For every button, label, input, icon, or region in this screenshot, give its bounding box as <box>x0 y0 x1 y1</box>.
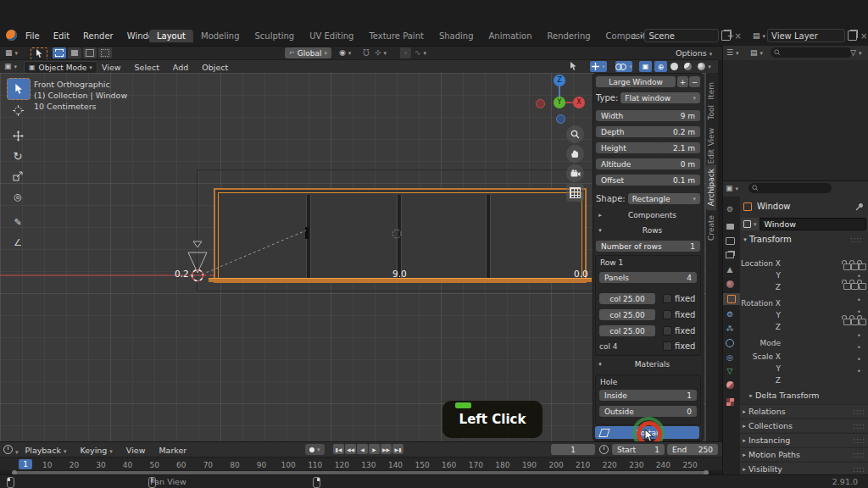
workspace-tab-animation[interactable]: Animation <box>481 30 540 42</box>
altitude-slider[interactable]: Altitude0 m <box>596 158 700 169</box>
end-frame-field[interactable]: End250 <box>667 444 718 455</box>
timeline-editor-type-icon[interactable] <box>3 445 19 456</box>
proportional-falloff-icon[interactable]: ∿ <box>415 48 426 57</box>
next-keyframe-button[interactable]: ▶▶ <box>381 444 392 454</box>
pan-view-button[interactable] <box>566 145 584 163</box>
col-width-field[interactable]: col 25.00 <box>599 309 655 320</box>
snap-magnet-icon[interactable]: Ω <box>363 47 370 57</box>
camera-view-button[interactable] <box>566 164 584 182</box>
col-width-field[interactable]: col 25.00 <box>599 293 655 304</box>
zoom-view-button[interactable] <box>566 125 584 143</box>
panel-drag-handle[interactable] <box>853 435 865 445</box>
snap-target-icon[interactable]: ⊹ <box>375 48 387 57</box>
viewport-menu-add[interactable]: Add <box>166 63 195 72</box>
timeline-menu-view[interactable]: View <box>120 446 153 455</box>
number-of-rows-slider[interactable]: Number of rows1 <box>596 241 700 252</box>
panels-slider[interactable]: Panels4 <box>599 272 697 283</box>
tab-archipack[interactable]: Archipack <box>706 164 716 210</box>
materials-section-header[interactable]: ▾Materials <box>596 360 700 369</box>
outliner-filter-mode-icon[interactable]: ▤ <box>750 48 763 57</box>
transform-panel-header[interactable]: ▾ Transform <box>741 235 866 244</box>
shading-rendered-button[interactable] <box>695 61 714 72</box>
prev-keyframe-button[interactable]: ◀◀ <box>345 444 356 454</box>
tab-create[interactable]: Create <box>706 211 716 245</box>
outside-material-slider[interactable]: Outside0 <box>599 406 697 417</box>
workspace-tab-shading[interactable]: Shading <box>431 30 481 42</box>
options-dropdown[interactable]: Options <box>676 48 712 58</box>
panel-drag-handle[interactable] <box>853 407 865 416</box>
editor-type-icon[interactable]: ▦ <box>5 48 18 57</box>
view-layer-icon[interactable]: ▤ <box>753 31 765 40</box>
lock-icon[interactable] <box>843 319 851 325</box>
delta-transform-header[interactable]: ▸ Delta Transform <box>747 391 865 400</box>
properties-tab-render-icon[interactable] <box>723 220 737 232</box>
select-mode-tweak-button[interactable] <box>53 47 66 58</box>
panel-relations[interactable]: ▸Relations <box>740 404 868 418</box>
properties-tab-texture-icon[interactable] <box>723 396 737 408</box>
close-view-layer-icon[interactable]: × <box>860 31 867 41</box>
panel-motion-paths[interactable]: ▸Motion Paths <box>740 447 868 461</box>
use-preview-range-icon[interactable] <box>599 445 609 456</box>
transform-orientation-dropdown[interactable]: ⌐Global <box>285 47 331 58</box>
panel-drag-handle[interactable] <box>850 235 863 244</box>
workspace-tab-texture-paint[interactable]: Texture Paint <box>361 30 431 42</box>
fixed-checkbox[interactable] <box>663 294 672 303</box>
outliner-search-input[interactable] <box>771 47 852 58</box>
timeline-ruler[interactable]: 1 10203040506070809010011012013014015016… <box>0 457 722 471</box>
toggle-ortho-button[interactable] <box>566 184 584 202</box>
pin-icon[interactable] <box>855 202 864 211</box>
properties-search-input[interactable] <box>748 183 832 193</box>
rows-section-header[interactable]: ▾Rows <box>596 226 700 235</box>
xray-toggle-button[interactable]: ▣ <box>639 61 652 72</box>
overlays-toggle-button[interactable] <box>615 61 632 72</box>
new-scene-icon[interactable] <box>721 30 731 41</box>
depth-slider[interactable]: Depth0.2 m <box>596 126 700 137</box>
lock-icon[interactable] <box>843 263 851 270</box>
shading-material-button[interactable] <box>682 61 694 72</box>
proportional-editing-icon[interactable]: ◦ <box>400 47 411 58</box>
panel-instancing[interactable]: ▸Instancing <box>740 433 868 446</box>
viewport-menu-select[interactable]: Select <box>128 63 166 72</box>
gizmo-axis-x[interactable]: X <box>573 97 585 108</box>
menu-render[interactable]: Render <box>76 31 120 41</box>
shading-wireframe-button[interactable]: ⊕ <box>654 61 667 72</box>
view-layer-selector[interactable]: View Layer <box>767 29 845 42</box>
gizmo-axis-z-neg[interactable] <box>556 114 565 124</box>
preset-selector[interactable]: Large Window <box>596 76 676 87</box>
workspace-tab-layout[interactable]: Layout <box>149 30 193 42</box>
gizmos-toggle-button[interactable] <box>590 61 607 72</box>
properties-tab-tool-icon[interactable]: ⚙ <box>723 203 737 215</box>
outliner-display-mode-icon[interactable]: ☰ <box>726 48 739 57</box>
start-frame-field[interactable]: Start1 <box>612 444 665 455</box>
navigation-gizmo[interactable]: Z Y X <box>532 75 588 122</box>
current-frame-field[interactable]: 1 <box>551 444 595 455</box>
jump-to-end-button[interactable]: ▶▮ <box>392 444 403 454</box>
remove-preset-button[interactable]: − <box>689 76 700 87</box>
auto-keying-button[interactable] <box>305 444 325 455</box>
workspace-tab-modeling[interactable]: Modeling <box>193 30 248 42</box>
timeline-menu-marker[interactable]: Marker <box>152 446 193 455</box>
current-frame-marker[interactable]: 1 <box>19 459 32 469</box>
gizmo-axis-x-neg[interactable] <box>536 99 545 108</box>
outliner-filter-icon[interactable]: ▽ <box>850 48 861 57</box>
add-preset-button[interactable]: + <box>677 76 688 87</box>
viewport-menu-view[interactable]: View <box>95 63 128 72</box>
components-section-header[interactable]: ▸Components <box>596 211 700 219</box>
shading-solid-button[interactable] <box>668 61 681 72</box>
timeline-menu-keying[interactable]: Keying <box>73 446 119 455</box>
new-view-layer-icon[interactable] <box>848 30 857 41</box>
panel-drag-handle[interactable] <box>853 450 865 459</box>
panel-collections[interactable]: ▸Collections <box>740 419 868 432</box>
play-reverse-button[interactable]: ◀ <box>357 444 368 454</box>
type-dropdown[interactable]: Flat window <box>620 92 700 103</box>
lock-icon[interactable] <box>843 283 851 290</box>
select-mode-circle-button[interactable] <box>83 47 97 58</box>
play-button[interactable]: ▶ <box>369 444 380 454</box>
blender-logo-icon[interactable] <box>6 30 17 41</box>
fixed-checkbox[interactable] <box>663 341 672 351</box>
height-slider[interactable]: Height2.1 m <box>596 142 700 153</box>
jump-to-start-button[interactable]: ▮◀ <box>333 444 344 454</box>
viewport-3d[interactable]: Front Orthographic (1) Collection | Wind… <box>0 73 718 441</box>
select-mode-lasso-button[interactable] <box>98 47 112 58</box>
scene-selector[interactable]: Scene <box>644 29 719 42</box>
